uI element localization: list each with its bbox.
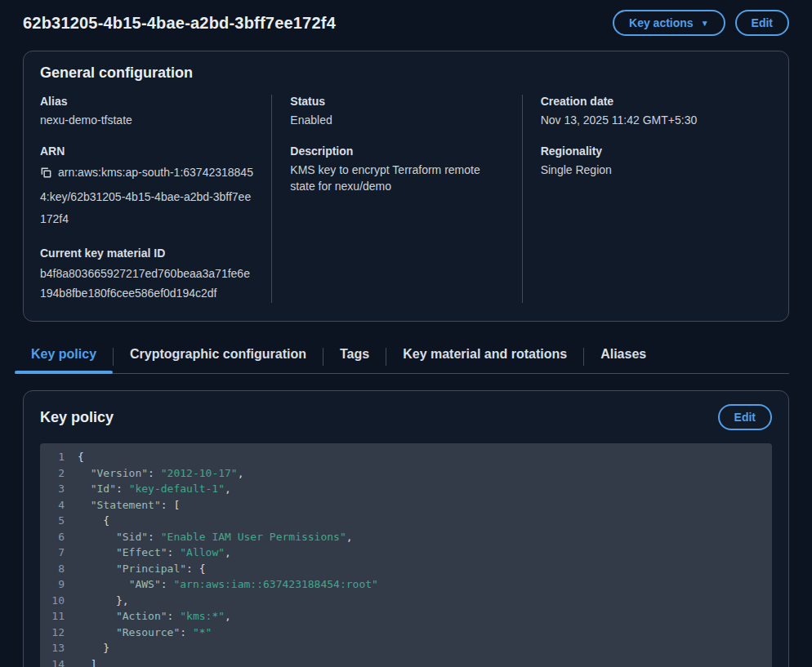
- line-number: 2: [40, 465, 78, 482]
- alias-field: Alias nexu-demo-tfstate: [40, 95, 253, 128]
- alias-label: Alias: [40, 95, 253, 108]
- creation-date-field: Creation date Nov 13, 2025 11:42 GMT+5:3…: [541, 95, 754, 128]
- status-field: Status Enabled: [290, 95, 503, 128]
- code-text: {: [78, 449, 84, 465]
- line-number: 12: [40, 625, 78, 641]
- line-number: 6: [40, 529, 78, 545]
- status-label: Status: [290, 95, 503, 108]
- tab-bar: Key policyCryptographic configurationTag…: [15, 340, 789, 374]
- regionality-label: Regionality: [541, 145, 754, 158]
- key-policy-code-editor[interactable]: 1{2 "Version": "2012-10-17",3 "Id": "key…: [40, 443, 772, 667]
- edit-policy-button[interactable]: Edit: [718, 404, 772, 430]
- description-field: Description KMS key to encrypt Terraform…: [290, 145, 503, 194]
- code-line: 7 "Effect": "Allow",: [40, 545, 772, 561]
- code-line: 6 "Sid": "Enable IAM User Permissions",: [40, 529, 772, 545]
- code-line: 2 "Version": "2012-10-17",: [40, 465, 772, 482]
- alias-value: nexu-demo-tfstate: [40, 112, 253, 128]
- code-text: "Id": "key-default-1",: [78, 481, 231, 497]
- code-line: 11 "Action": "kms:*",: [40, 608, 772, 625]
- line-number: 13: [40, 640, 78, 656]
- general-configuration-columns: Alias nexu-demo-tfstate ARN arn:aws:kms:…: [40, 95, 772, 303]
- code-text: "Resource": "*": [78, 625, 212, 641]
- arn-label: ARN: [40, 145, 253, 158]
- code-text: "AWS": "arn:aws:iam::637423188454:root": [78, 576, 378, 593]
- key-policy-card: Key policy Edit 1{2 "Version": "2012-10-…: [23, 390, 789, 667]
- code-text: {: [78, 513, 109, 529]
- code-line: 4 "Statement": [: [40, 497, 772, 514]
- status-value: Enabled: [290, 112, 503, 128]
- tab-tags[interactable]: Tags: [323, 340, 386, 373]
- line-number: 5: [40, 513, 78, 529]
- tab-aliases[interactable]: Aliases: [584, 340, 663, 373]
- code-line: 9 "AWS": "arn:aws:iam::637423188454:root…: [40, 576, 772, 593]
- code-text: ]: [78, 656, 96, 667]
- code-line: 12 "Resource": "*": [40, 625, 772, 641]
- arn-value: arn:aws:kms:ap-south-1:637423188454:key/…: [40, 162, 253, 230]
- header-actions: Key actions ▼ Edit: [613, 10, 789, 36]
- tab-key-material-and-rotations[interactable]: Key material and rotations: [386, 340, 583, 373]
- arn-text: arn:aws:kms:ap-south-1:637423188454:key/…: [40, 166, 253, 225]
- code-lines: 1{2 "Version": "2012-10-17",3 "Id": "key…: [40, 449, 772, 667]
- key-policy-title: Key policy: [40, 409, 114, 426]
- code-text: "Statement": [: [78, 497, 180, 514]
- regionality-value: Single Region: [541, 162, 754, 178]
- code-line: 10 },: [40, 593, 772, 609]
- line-number: 9: [40, 576, 78, 593]
- code-line: 13 }: [40, 640, 772, 656]
- line-number: 7: [40, 545, 78, 561]
- line-number: 1: [40, 449, 78, 465]
- key-actions-button[interactable]: Key actions ▼: [613, 10, 725, 36]
- tab-cryptographic-configuration[interactable]: Cryptographic configuration: [114, 340, 323, 373]
- general-column-2: Status Enabled Description KMS key to en…: [271, 95, 521, 303]
- code-text: },: [78, 593, 129, 609]
- general-column-1: Alias nexu-demo-tfstate ARN arn:aws:kms:…: [40, 95, 271, 303]
- key-material-value: b4f8a803665927217ed760beaa3a71fe6e194b8f…: [40, 264, 253, 303]
- code-text: "Effect": "Allow",: [78, 545, 231, 561]
- creation-date-label: Creation date: [541, 95, 754, 108]
- line-number: 14: [40, 656, 78, 667]
- general-column-3: Creation date Nov 13, 2025 11:42 GMT+5:3…: [522, 95, 772, 303]
- caret-down-icon: ▼: [701, 20, 709, 28]
- code-text: "Version": "2012-10-17",: [78, 465, 244, 482]
- general-configuration-title: General configuration: [40, 64, 772, 82]
- line-number: 3: [40, 481, 78, 497]
- description-value: KMS key to encrypt Terraform remote stat…: [290, 162, 503, 194]
- kms-key-detail-page: 62b31205-4b15-4bae-a2bd-3bff7ee172f4 Key…: [0, 0, 812, 667]
- key-material-label: Current key material ID: [40, 247, 253, 260]
- code-text: "Sid": "Enable IAM User Permissions",: [78, 529, 353, 545]
- code-text: "Action": "kms:*",: [78, 608, 231, 625]
- creation-date-value: Nov 13, 2025 11:42 GMT+5:30: [541, 112, 754, 128]
- arn-field: ARN arn:aws:kms:ap-south-1:637423188454:…: [40, 145, 253, 230]
- page-title: 62b31205-4b15-4bae-a2bd-3bff7ee172f4: [23, 14, 336, 33]
- general-configuration-card: General configuration Alias nexu-demo-tf…: [23, 51, 789, 322]
- tab-key-policy[interactable]: Key policy: [15, 340, 113, 373]
- code-line: 1{: [40, 449, 772, 465]
- regionality-field: Regionality Single Region: [541, 145, 754, 178]
- code-line: 8 "Principal": {: [40, 561, 772, 577]
- copy-icon[interactable]: [40, 164, 52, 186]
- line-number: 4: [40, 497, 78, 514]
- page-header: 62b31205-4b15-4bae-a2bd-3bff7ee172f4 Key…: [23, 10, 789, 36]
- description-label: Description: [290, 145, 503, 158]
- key-actions-label: Key actions: [629, 15, 694, 31]
- key-material-field: Current key material ID b4f8a80366592721…: [40, 247, 253, 303]
- code-line: 5 {: [40, 513, 772, 529]
- code-line: 14 ]: [40, 656, 772, 667]
- key-policy-header: Key policy Edit: [40, 404, 772, 430]
- code-text: "Principal": {: [78, 561, 206, 577]
- edit-key-button[interactable]: Edit: [735, 10, 789, 36]
- code-text: }: [78, 640, 109, 656]
- line-number: 11: [40, 608, 78, 625]
- line-number: 10: [40, 593, 78, 609]
- code-line: 3 "Id": "key-default-1",: [40, 481, 772, 497]
- line-number: 8: [40, 561, 78, 577]
